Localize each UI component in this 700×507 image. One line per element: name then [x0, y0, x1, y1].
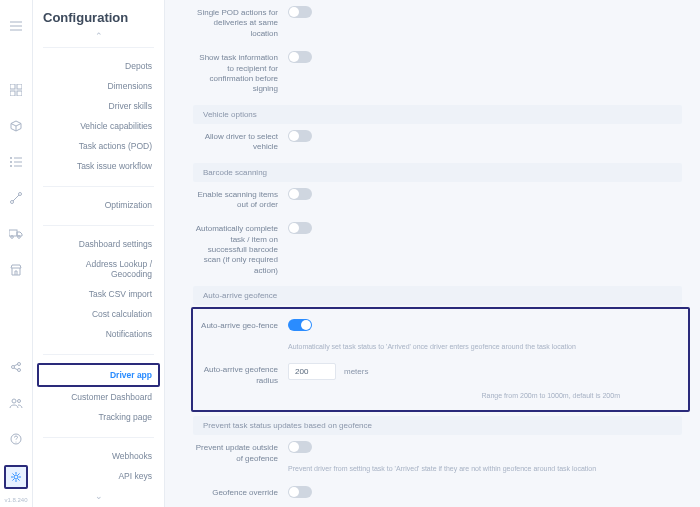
toggle-auto-arrive-geofence[interactable]: [288, 319, 312, 331]
label-scan-out-of-order: Enable scanning items out of order: [193, 188, 288, 211]
toggle-allow-select-vehicle[interactable]: [288, 130, 312, 142]
help-geofence-radius: Range from 200m to 1000m, default is 200…: [288, 391, 680, 400]
sidebar-item-driver-app[interactable]: Driver app: [37, 363, 160, 387]
label-geofence-radius: Auto-arrive geofence radius: [193, 363, 288, 386]
toggle-geofence-override[interactable]: [288, 486, 312, 498]
store-icon[interactable]: [6, 260, 26, 280]
svg-point-4: [10, 157, 12, 159]
label-allow-select-vehicle: Allow driver to select vehicle: [193, 130, 288, 153]
list-icon[interactable]: [6, 152, 26, 172]
gear-icon[interactable]: [4, 465, 28, 489]
page-title: Configuration: [43, 10, 154, 25]
svg-point-6: [10, 165, 12, 167]
section-auto-arrive-geofence: Auto-arrive geofence: [193, 286, 682, 305]
sidebar-item-task-csv[interactable]: Task CSV import: [43, 284, 154, 304]
toggle-prevent-outside[interactable]: [288, 441, 312, 453]
unit-meters: meters: [344, 367, 368, 376]
help-icon[interactable]: [6, 429, 26, 449]
hamburger-icon[interactable]: [6, 16, 26, 36]
main-content: Single POD actions for deliveries at sam…: [165, 0, 700, 507]
sidebar-item-driver-skills[interactable]: Driver skills: [43, 96, 154, 116]
label-auto-arrive-geofence: Auto-arrive geo-fence: [193, 319, 288, 331]
svg-point-11: [18, 236, 21, 239]
svg-rect-1: [17, 84, 22, 89]
sidebar-item-task-actions[interactable]: Task actions (POD): [43, 136, 154, 156]
package-icon[interactable]: [6, 116, 26, 136]
sidebar-item-cost-calc[interactable]: Cost calculation: [43, 304, 154, 324]
svg-rect-2: [10, 91, 15, 96]
icon-rail: v1.8.240: [0, 0, 33, 507]
svg-point-15: [12, 399, 16, 403]
svg-point-18: [16, 442, 17, 443]
row-geofence-radius: Auto-arrive geofence radius meters Range…: [193, 357, 680, 406]
sidebar-item-customer-dashboard[interactable]: Customer Dashboard: [43, 387, 154, 407]
sidebar-item-api-keys[interactable]: API keys: [43, 466, 154, 486]
row-show-task-info: Show task information to recipient for c…: [193, 45, 682, 101]
users-icon[interactable]: [6, 393, 26, 413]
sidebar-item-dashboard-settings[interactable]: Dashboard settings: [43, 234, 154, 254]
svg-point-5: [10, 161, 12, 163]
row-single-pod: Single POD actions for deliveries at sam…: [193, 0, 682, 45]
section-prevent-updates: Prevent task status updates based on geo…: [193, 416, 682, 435]
label-prevent-outside: Prevent update outside of geofence: [193, 441, 288, 464]
label-auto-complete-scan: Automatically complete task / item on su…: [193, 222, 288, 276]
row-scan-out-of-order: Enable scanning items out of order: [193, 182, 682, 217]
row-allow-select-vehicle: Allow driver to select vehicle: [193, 124, 682, 159]
svg-point-10: [11, 236, 14, 239]
sidebar-item-task-issue-workflow[interactable]: Task issue workflow: [43, 156, 154, 176]
svg-rect-3: [17, 91, 22, 96]
chevron-down-icon[interactable]: ⌄: [33, 491, 164, 501]
toggle-scan-out-of-order[interactable]: [288, 188, 312, 200]
route-icon[interactable]: [6, 188, 26, 208]
svg-point-19: [14, 475, 18, 479]
sidebar-item-depots[interactable]: Depots: [43, 56, 154, 76]
sidebar-item-tracking-page[interactable]: Tracking page: [43, 407, 154, 427]
row-auto-complete-scan: Automatically complete task / item on su…: [193, 216, 682, 282]
svg-rect-0: [10, 84, 15, 89]
row-prevent-outside: Prevent update outside of geofence Preve…: [193, 435, 682, 479]
help-prevent-outside: Prevent driver from setting task to 'Arr…: [288, 464, 682, 473]
section-barcode: Barcode scanning: [193, 163, 682, 182]
sidebar-item-webhooks[interactable]: Webhooks: [43, 446, 154, 466]
row-auto-arrive-geofence: Auto-arrive geo-fence Automatically set …: [193, 313, 680, 357]
toggle-show-task-info[interactable]: [288, 51, 312, 63]
version-label: v1.8.240: [4, 497, 27, 503]
help-auto-arrive-geofence: Automatically set task status to 'Arrive…: [288, 342, 680, 351]
sidebar-item-address-lookup[interactable]: Address Lookup / Geocoding: [43, 254, 154, 284]
svg-rect-9: [9, 230, 17, 236]
label-single-pod: Single POD actions for deliveries at sam…: [193, 6, 288, 39]
sidebar-item-vehicle-capabilities[interactable]: Vehicle capabilities: [43, 116, 154, 136]
sidebar-item-notifications[interactable]: Notifications: [43, 324, 154, 344]
grid-icon[interactable]: [6, 80, 26, 100]
input-geofence-radius[interactable]: [288, 363, 336, 380]
label-show-task-info: Show task information to recipient for c…: [193, 51, 288, 95]
svg-point-16: [18, 400, 21, 403]
row-geofence-override: Geofence override Allow driver to overri…: [193, 480, 682, 507]
sidebar: Configuration ⌃ Depots Dimensions Driver…: [33, 0, 165, 507]
sidebar-item-optimization[interactable]: Optimization: [43, 195, 154, 215]
chevron-up-icon[interactable]: ⌃: [43, 31, 154, 41]
highlight-geofence-settings: Auto-arrive geo-fence Automatically set …: [191, 307, 690, 412]
sidebar-item-dimensions[interactable]: Dimensions: [43, 76, 154, 96]
section-vehicle-options: Vehicle options: [193, 105, 682, 124]
label-geofence-override: Geofence override: [193, 486, 288, 498]
share-icon[interactable]: [6, 357, 26, 377]
toggle-auto-complete-scan[interactable]: [288, 222, 312, 234]
truck-icon[interactable]: [6, 224, 26, 244]
toggle-single-pod[interactable]: [288, 6, 312, 18]
